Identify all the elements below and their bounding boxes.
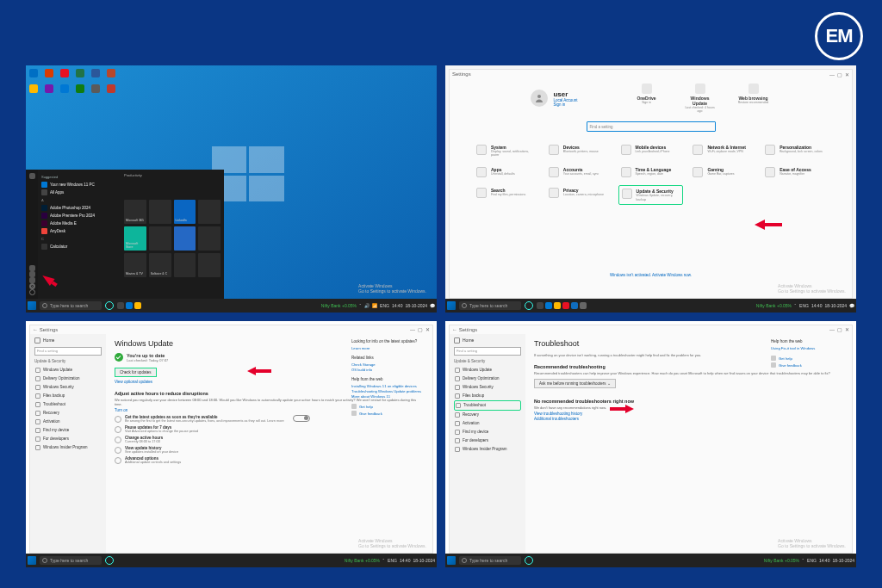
pictures-icon[interactable]: [29, 277, 35, 283]
row-pause[interactable]: Pause updates for 7 daysVisit Advanced o…: [115, 425, 424, 433]
cortana-icon[interactable]: [105, 301, 114, 310]
start-app-all[interactable]: All Apps: [41, 189, 117, 196]
start-tile[interactable]: [174, 253, 196, 277]
start-tile[interactable]: [198, 226, 220, 251]
cat-update-security[interactable]: Update & SecurityWindows Update, recover…: [618, 185, 684, 204]
sidebar-item-update[interactable]: Windows Update: [34, 366, 102, 374]
sidebar-item-findmydevice[interactable]: Find my device: [34, 426, 102, 435]
start-tile[interactable]: [198, 200, 220, 224]
troubleshoot-mode-dropdown[interactable]: Ask me before running troubleshooters ⌄: [534, 379, 616, 388]
sidebar-search[interactable]: Find a setting: [454, 347, 521, 356]
start-tile[interactable]: Microsoft 365: [124, 200, 146, 224]
start-button[interactable]: [447, 301, 456, 310]
start-tile[interactable]: Solitaire & C: [149, 253, 171, 277]
start-tile[interactable]: Movies & TV: [124, 253, 146, 277]
row-history[interactable]: View update historySee updates installed…: [115, 446, 424, 454]
quick-update[interactable]: Windows UpdateLast checked: 4 hours ago: [683, 84, 717, 113]
sidebar-item-troubleshoot[interactable]: Troubleshoot: [454, 400, 521, 411]
hamburger-icon[interactable]: [29, 173, 35, 179]
toggle-icon[interactable]: [293, 415, 310, 422]
cat-system[interactable]: SystemDisplay, sound, notifications, pow…: [474, 142, 539, 159]
sidebar-item-activation[interactable]: Activation: [454, 419, 521, 428]
quick-browser[interactable]: Web browsingRestore recommended: [736, 84, 771, 104]
user-block[interactable]: userLocal AccountSign in: [531, 84, 577, 113]
start-tile[interactable]: [198, 253, 220, 277]
gear-icon: [115, 457, 121, 464]
gear-icon[interactable]: [29, 283, 35, 289]
sidebar-home[interactable]: Home: [34, 337, 102, 344]
sidebar-search[interactable]: Find a setting: [34, 347, 102, 356]
activation-link[interactable]: Windows isn't activated. Activate Window…: [450, 273, 852, 277]
additional-troubleshooters-link[interactable]: Additional troubleshooters: [534, 417, 843, 421]
cat-devices[interactable]: DevicesBluetooth, printers, mouse: [546, 142, 612, 159]
quick-onedrive[interactable]: OneDriveSign in: [630, 84, 664, 104]
sidebar-item-troubleshoot[interactable]: Troubleshoot: [34, 400, 102, 409]
taskbar-search[interactable]: Type here to search: [459, 556, 521, 565]
window-controls[interactable]: —▢✕: [407, 326, 430, 332]
cat-time[interactable]: Time & LanguageSpeech, region, date: [618, 164, 684, 180]
cortana-icon[interactable]: [525, 301, 533, 310]
cortana-icon[interactable]: [105, 556, 114, 565]
cat-search[interactable]: SearchFind my files, permissions: [474, 185, 539, 204]
sidebar-item-delivery[interactable]: Delivery Optimization: [454, 374, 521, 383]
sidebar-item-security[interactable]: Windows Security: [34, 383, 102, 392]
sidebar-home[interactable]: Home: [454, 337, 521, 344]
sidebar-item-update[interactable]: Windows Update: [454, 366, 521, 374]
start-tile[interactable]: [149, 226, 171, 251]
cat-personalization[interactable]: PersonalizationBackground, lock screen, …: [762, 142, 828, 159]
sidebar-item-recovery[interactable]: Recovery: [34, 409, 102, 418]
taskbar-search[interactable]: Type here to search: [40, 556, 102, 565]
cat-gaming[interactable]: GamingGame Bar, captures: [690, 164, 755, 180]
cat-ease[interactable]: Ease of AccessNarrator, magnifier: [762, 164, 828, 180]
user-icon[interactable]: [29, 265, 35, 271]
start-button[interactable]: [28, 556, 36, 565]
start-tile-linkedin[interactable]: LinkedIn: [174, 200, 196, 224]
taskbar[interactable]: Type here to search Nifty Bank +0.05% ˄🔊…: [26, 299, 437, 313]
sidebar-item-insider[interactable]: Windows Insider Program: [34, 443, 102, 452]
start-tile[interactable]: [174, 226, 196, 251]
power-icon[interactable]: [29, 289, 35, 295]
start-app-item[interactable]: Adobe Photoshop 2024: [41, 204, 117, 212]
troubleshoot-history-link[interactable]: View troubleshooting history: [534, 412, 843, 416]
sidebar-item-security[interactable]: Windows Security: [454, 383, 521, 392]
cat-network[interactable]: Network & InternetWi-Fi, airplane mode, …: [690, 142, 755, 159]
settings-search[interactable]: Find a setting: [587, 121, 716, 132]
start-tile[interactable]: Microsoft Store: [124, 226, 146, 251]
sidebar-item-activation[interactable]: Activation: [34, 418, 102, 426]
window-controls[interactable]: —▢✕: [827, 71, 849, 77]
start-app-item[interactable]: Adobe Premiere Pro 2024: [41, 212, 117, 220]
cat-accounts[interactable]: AccountsYour accounts, email, sync: [546, 164, 612, 180]
cat-apps[interactable]: AppsUninstall, defaults: [474, 164, 539, 180]
sidebar-item-backup[interactable]: Files backup: [34, 392, 102, 400]
start-app-item[interactable]: Adobe Media E: [41, 220, 117, 227]
window-controls[interactable]: —▢✕: [827, 326, 849, 332]
sidebar-item-developers[interactable]: For developers: [34, 435, 102, 443]
start-app-item[interactable]: Calculator: [41, 243, 117, 251]
row-active-hours[interactable]: Change active hoursCurrently 08:00 to 17…: [115, 436, 424, 443]
sidebar-item-findmydevice[interactable]: Find my device: [454, 428, 521, 436]
start-button[interactable]: [447, 556, 456, 565]
cortana-icon[interactable]: [525, 556, 533, 565]
start-app-item[interactable]: AnyDesk: [41, 227, 117, 235]
start-tile[interactable]: [149, 200, 171, 224]
sidebar-item-delivery[interactable]: Delivery Optimization: [34, 374, 102, 383]
search-icon: [42, 303, 47, 308]
taskbar-search[interactable]: Type here to search: [459, 301, 521, 310]
taskbar[interactable]: Type here to search Nifty Bank +0.05%˄EN…: [445, 299, 856, 313]
sidebar-item-developers[interactable]: For developers: [454, 436, 521, 445]
sidebar-item-backup[interactable]: Files backup: [454, 392, 521, 400]
desktop-icons[interactable]: [29, 69, 119, 96]
sidebar-item-recovery[interactable]: Recovery: [454, 411, 521, 419]
start-suggested-item[interactable]: Your new Windows 11 PC: [41, 181, 117, 189]
system-tray[interactable]: Nifty Bank +0.05% ˄🔊📶ENG 14:4018-10-2024…: [321, 303, 435, 308]
sidebar-item-insider[interactable]: Windows Insider Program: [454, 445, 521, 454]
cat-privacy[interactable]: PrivacyLocation, camera, microphone: [546, 185, 612, 204]
taskbar-search[interactable]: Type here to search: [40, 301, 102, 310]
cat-phone[interactable]: Mobile devicesLink your Android, iPhone: [618, 142, 684, 159]
row-advanced[interactable]: Advanced optionsAdditional update contro…: [115, 456, 424, 464]
taskbar[interactable]: Type here to search Nifty Bank +0.05%˄EN…: [445, 554, 856, 567]
check-updates-button[interactable]: Check for updates: [115, 368, 157, 377]
documents-icon[interactable]: [29, 271, 35, 277]
taskbar[interactable]: Type here to search Nifty Bank +0.05%˄EN…: [26, 554, 437, 567]
start-button[interactable]: [28, 301, 36, 310]
